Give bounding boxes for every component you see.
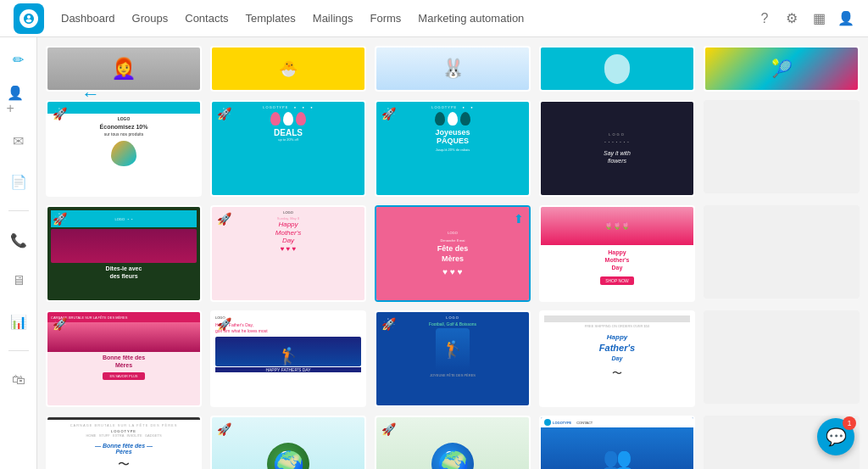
deals-subtext: up to 20% off <box>278 137 298 142</box>
template-card-economise[interactable]: 🚀 LOGO Économisez 10%sur tous nos produi… <box>46 100 202 197</box>
partial-blue-thumb <box>541 47 693 90</box>
bonne-text: Bonne fête desMères <box>101 352 147 371</box>
template-card-fathers-msg[interactable]: 🚀 LOGO Happy Father's Day,golf him what … <box>210 310 366 407</box>
team-btn: CONTACT <box>576 421 593 425</box>
nav-contacts[interactable]: Contacts <box>185 8 228 28</box>
template-card-empty-3[interactable] <box>704 310 860 404</box>
template-card-earth-green[interactable]: 🚀 🌍 <box>375 416 531 469</box>
rocket-icon-earth-teal: 🚀 <box>217 422 231 436</box>
nav-templates[interactable]: Templates <box>246 8 296 28</box>
partial-yellow-thumb: 🐣 <box>212 47 364 90</box>
earth-teal-thumb: 🌍 <box>212 417 364 469</box>
mothers-hearts: ♥ ♥ ♥ <box>281 245 297 253</box>
happyfathers-topbar <box>544 315 690 322</box>
template-card-partial-photo[interactable]: 👩‍🦰 <box>46 46 202 92</box>
content-area[interactable]: ← 👩‍🦰 🐣 🐰 🎾 <box>37 37 868 469</box>
template-card-golf[interactable]: 🚀 LOGO Football, Golf & Boissons 🏌️ JOYE… <box>375 310 531 407</box>
partial-rabbit-thumb: 🐰 <box>376 47 529 90</box>
sidebar-file-icon[interactable]: 📄 <box>7 170 31 193</box>
sidebar-chart-icon[interactable]: 📊 <box>7 310 31 333</box>
golf-title: Football, Golf & Boissons <box>429 321 476 327</box>
template-card-empty-1[interactable] <box>704 100 860 193</box>
nav-mailings[interactable]: Mailings <box>313 8 353 28</box>
grid-icon[interactable]: ▦ <box>810 10 827 27</box>
mothers-text: HappyMother'sDay <box>275 221 301 245</box>
economise-egg <box>111 141 136 166</box>
template-card-partial-ball[interactable]: 🎾 <box>704 46 860 92</box>
dites-text: Dites-le avecdes fleurs <box>106 265 142 280</box>
flowers-tagline: • • • • • • • <box>604 140 629 144</box>
rocket-icon-golf: 🚀 <box>381 317 396 331</box>
earth-green-thumb: 🌍 <box>376 417 529 469</box>
fetes-thumb: LOGO Dimanche 8 mai Fête desMères ♥ ♥ ♥ <box>376 207 529 300</box>
template-card-partial-blue[interactable] <box>539 46 695 92</box>
settings-icon[interactable]: ⚙ <box>783 10 800 27</box>
template-card-flowers[interactable]: LOGO • • • • • • • Say it withflowers <box>539 100 695 197</box>
peres-nav: HOME STUFF EXTRA INSOLITE GADGETS <box>86 433 161 438</box>
peres-promo: CARNAGE BRUTALE SUR LA FÊTE DES PÈRES <box>70 423 178 427</box>
template-card-dites[interactable]: 🚀 LOGO • • Dites-le avecdes fleurs <box>46 205 202 302</box>
bonne-btn: EN SAVOIR PLUS <box>103 372 144 380</box>
template-card-mothers-1[interactable]: 🚀 LOGO Sunday, May 8 HappyMother'sDay ♥ … <box>210 205 366 302</box>
economise-topbar <box>47 102 200 114</box>
template-card-happy-fathers[interactable]: FREE SHIPPING ON ORDERS OVER $50 HappyFa… <box>539 310 695 407</box>
rocket-icon-fathers: 🚀 <box>217 317 231 331</box>
main-layout: ✏ 👤+ ✉ 📄 📞 🖥 📊 🛍 ← 👩‍🦰 🐣 🐰 <box>0 37 868 469</box>
rocket-icon-paques: 🚀 <box>381 107 396 120</box>
template-card-empty-2[interactable] <box>704 205 860 299</box>
rocket-icon-earth-green: 🚀 <box>381 422 396 436</box>
economise-logo: LOGO <box>118 116 131 121</box>
template-card-partial-yellow[interactable]: 🐣 <box>210 46 366 92</box>
nav-marketing[interactable]: Marketing automation <box>418 8 524 28</box>
earth-green-globe: 🌍 <box>431 443 474 469</box>
template-card-mothers-2[interactable]: 🌷🌷🌷 HappyMother'sDay SHOP NOW <box>539 205 695 302</box>
dites-rose <box>51 229 197 263</box>
happyfathers-text: HappyFather'sDay <box>599 333 635 363</box>
template-card-earth-teal[interactable]: 🚀 🌍 <box>210 416 366 469</box>
sidebar-bag-icon[interactable]: 🛍 <box>7 368 31 392</box>
user-icon[interactable]: 👤 <box>837 10 854 27</box>
chat-button[interactable]: 💬 1 <box>817 418 854 455</box>
template-card-peres[interactable]: CARNAGE BRUTALE SUR LA FÊTE DES PÈRES LO… <box>46 416 202 469</box>
happyfathers-thumb: FREE SHIPPING ON ORDERS OVER $50 HappyFa… <box>541 312 693 405</box>
rocket-icon-mothers-1: 🚀 <box>217 212 231 226</box>
top-navigation: Dashboard Groups Contacts Templates Mail… <box>0 0 868 37</box>
fetes-logo: LOGO <box>448 231 458 235</box>
fathers-golf-img: 🏌️ <box>215 337 361 366</box>
rocket-icon-deals: 🚀 <box>217 107 231 120</box>
sidebar-phone-icon[interactable]: 📞 <box>7 228 31 252</box>
bonne-header: CARNAGE BRUTALE SUR LA FÊTE DES MÈRES <box>47 312 200 322</box>
template-card-paques[interactable]: 🚀 LOGOTYPE ● ● JoyeusesPÂQUES Jusqu'à 20… <box>375 100 531 197</box>
peres-text: — Bonne fête des —Pères <box>95 443 153 455</box>
paques-logo: LOGOTYPE ● ● <box>431 105 474 109</box>
partial-ball-thumb: 🎾 <box>705 47 858 90</box>
team-logo-dot <box>544 419 551 426</box>
nav-items: Dashboard Groups Contacts Templates Mail… <box>61 8 756 28</box>
nav-forms[interactable]: Forms <box>370 8 402 28</box>
template-card-fetes-meres[interactable]: ⬆ LOGO Dimanche 8 mai Fête desMères ♥ ♥ … <box>375 205 531 302</box>
nav-dashboard[interactable]: Dashboard <box>61 8 115 28</box>
rocket-icon-economise: 🚀 <box>53 107 67 120</box>
template-card-easter-deals[interactable]: 🚀 LOGOTYPE ● ● ● DEALS up to 20% off <box>210 100 366 197</box>
template-card-team[interactable]: LOGOTYPE CONTACT 👥 <box>539 416 695 469</box>
easter-deals-thumb: LOGOTYPE ● ● ● DEALS up to 20% off <box>212 102 364 195</box>
sidebar-mail-icon[interactable]: ✉ <box>7 129 31 153</box>
template-card-partial-rabbit[interactable]: 🐰 <box>375 46 531 92</box>
happyfathers-promo: FREE SHIPPING ON ORDERS OVER $50 <box>585 324 649 328</box>
nav-groups[interactable]: Groups <box>132 8 169 28</box>
team-header: LOGOTYPE CONTACT <box>541 417 693 427</box>
fathers-text: Happy Father's Day,golf him what he love… <box>215 322 361 333</box>
golf-golfer: 🏌️ <box>436 328 470 371</box>
template-card-bonne[interactable]: 🚀 CARNAGE BRUTALE SUR LA FÊTE DES MÈRES … <box>46 310 202 407</box>
happyfathers-moustache: 〜 <box>612 366 622 381</box>
sidebar-person-add-icon[interactable]: 👤+ <box>7 88 31 112</box>
fathers-msg-thumb: LOGO Happy Father's Day,golf him what he… <box>212 312 364 405</box>
happymothers-text: HappyMother'sDay <box>602 245 633 275</box>
mothers-logo: LOGO <box>283 210 293 215</box>
sidebar-monitor-icon[interactable]: 🖥 <box>7 269 31 293</box>
help-icon[interactable]: ? <box>756 10 773 27</box>
sidebar-edit-icon[interactable]: ✏ <box>7 47 31 71</box>
fathers-golf-text: HAPPY FATHER'S DAY <box>215 367 361 372</box>
logo[interactable] <box>14 3 44 34</box>
template-grid: 👩‍🦰 🐣 🐰 🎾 🚀 <box>46 46 860 469</box>
